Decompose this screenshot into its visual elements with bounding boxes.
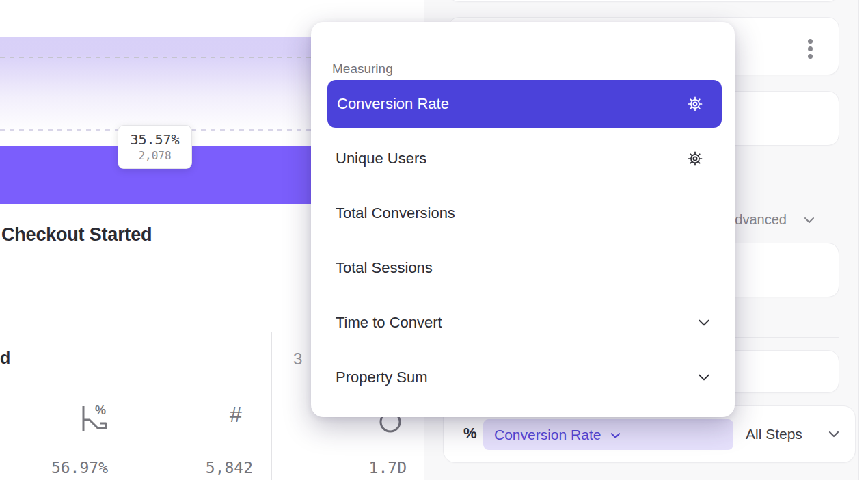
metric-time-to-convert: 1.7D: [326, 459, 407, 477]
tooltip-conversion-rate: 35.57%: [130, 131, 179, 148]
menu-item-total-conversions[interactable]: Total Conversions: [336, 202, 455, 224]
chevron-down-icon[interactable]: [698, 319, 710, 327]
menu-item-total-sessions[interactable]: Total Sessions: [336, 257, 433, 279]
next-step-number: 3: [293, 349, 302, 369]
funnel-tooltip: 35.57% 2,078: [118, 125, 192, 169]
percent-icon: %: [463, 425, 477, 442]
table-row-divider: [0, 446, 424, 446]
advanced-toggle[interactable]: Advanced: [726, 212, 787, 228]
tooltip-count: 2,078: [138, 148, 171, 163]
menu-item-property-sum[interactable]: Property Sum: [336, 366, 428, 388]
menu-item-conversion-rate[interactable]: Conversion Rate: [327, 80, 722, 128]
measuring-dropdown: Measuring Conversion Rate Unique Users T…: [311, 22, 735, 417]
metric-conversion-rate: 56.97%: [27, 459, 108, 477]
measuring-dropdown-header: Measuring: [332, 62, 393, 77]
metric-converted-count: 5,842: [172, 459, 253, 477]
page-right-margin: [858, 0, 868, 480]
gear-icon[interactable]: [686, 150, 704, 168]
gear-icon[interactable]: [686, 95, 704, 113]
chevron-down-icon: [610, 432, 621, 439]
step-title: Checkout Started: [1, 224, 152, 245]
menu-item-unique-users[interactable]: Unique Users: [336, 148, 426, 170]
chevron-down-icon: [804, 217, 815, 224]
measuring-selector-value: Conversion Rate: [494, 427, 601, 443]
menu-item-label: Conversion Rate: [337, 95, 449, 113]
steps-selector[interactable]: All Steps: [746, 426, 802, 442]
conversion-rate-icon: %: [75, 402, 113, 434]
chevron-down-icon[interactable]: [698, 373, 710, 382]
menu-item-time-to-convert[interactable]: Time to Convert: [336, 312, 442, 334]
chevron-down-icon: [828, 431, 839, 438]
total-converted-icon: #: [230, 402, 242, 427]
svg-text:%: %: [95, 403, 106, 417]
truncated-step-label: d: [0, 348, 10, 368]
kebab-menu-button[interactable]: [808, 39, 813, 59]
query-card-top: [448, 0, 839, 2]
measuring-selector[interactable]: Conversion Rate: [483, 419, 733, 450]
table-column-separator: [271, 332, 272, 480]
